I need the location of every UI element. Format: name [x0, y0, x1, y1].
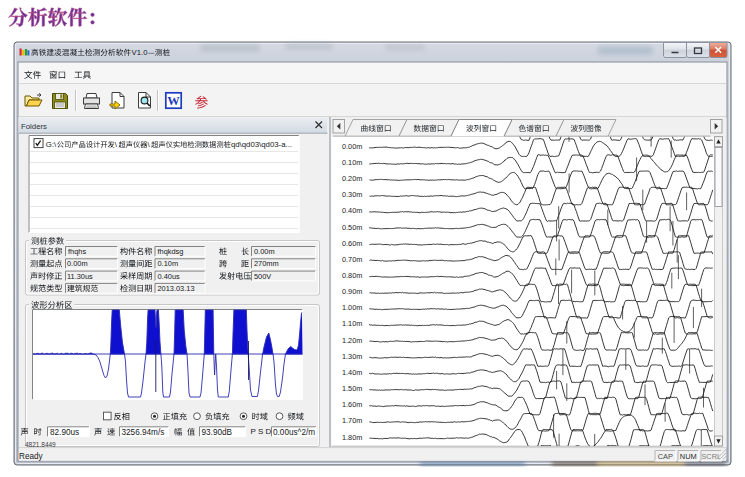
- svg-text:V1.0: V1.0: [132, 48, 148, 57]
- svg-text:0.00m: 0.00m: [342, 142, 362, 151]
- svg-text:0.60m: 0.60m: [342, 239, 362, 248]
- svg-text:fhqkdsg: fhqkdsg: [158, 247, 184, 256]
- svg-text:0.80m: 0.80m: [342, 271, 362, 280]
- svg-text:P S D: P S D: [251, 427, 272, 436]
- svg-text:500V: 500V: [254, 272, 271, 281]
- svg-text:1.50m: 1.50m: [342, 384, 362, 393]
- svg-text:NUM: NUM: [680, 452, 697, 461]
- svg-text:0.50m: 0.50m: [342, 223, 362, 232]
- svg-text:0.00m: 0.00m: [254, 247, 275, 256]
- svg-text:82.90us: 82.90us: [50, 428, 79, 437]
- svg-text:270mm: 270mm: [254, 259, 279, 268]
- svg-text:3256.94m/s: 3256.94m/s: [122, 428, 165, 437]
- svg-text:Folders: Folders: [21, 122, 47, 131]
- svg-text:1.20m: 1.20m: [342, 336, 362, 345]
- svg-text:W: W: [167, 94, 180, 108]
- svg-text:1.10m: 1.10m: [342, 319, 362, 328]
- svg-text:0.10m: 0.10m: [342, 158, 362, 167]
- svg-text:2013.03.13: 2013.03.13: [158, 284, 195, 293]
- svg-text:0.70m: 0.70m: [342, 255, 362, 264]
- svg-text:0.20m: 0.20m: [342, 174, 362, 183]
- svg-text:SCRL: SCRL: [701, 452, 721, 461]
- svg-text:0.10m: 0.10m: [158, 259, 179, 268]
- svg-text:0.30m: 0.30m: [342, 190, 362, 199]
- svg-text:G:\: G:\: [46, 140, 57, 149]
- svg-text:1.40m: 1.40m: [342, 368, 362, 377]
- svg-text:1.00m: 1.00m: [342, 303, 362, 312]
- svg-text:qd\qd03\qd03-a...: qd\qd03\qd03-a...: [231, 140, 292, 149]
- svg-text:1.70m: 1.70m: [342, 416, 362, 425]
- svg-text:0.40m: 0.40m: [342, 206, 362, 215]
- svg-text:93.90dB: 93.90dB: [202, 428, 233, 437]
- svg-text:11.30us: 11.30us: [67, 272, 93, 281]
- svg-text:Ready: Ready: [19, 452, 44, 461]
- svg-text:0.40us: 0.40us: [158, 272, 180, 281]
- svg-text:CAP: CAP: [658, 452, 673, 461]
- svg-text:1.80m: 1.80m: [342, 433, 362, 442]
- svg-text:fhqhs: fhqhs: [68, 247, 86, 256]
- svg-text:0.00m: 0.00m: [67, 259, 88, 268]
- svg-text:1.30m: 1.30m: [342, 352, 362, 361]
- svg-text:1.60m: 1.60m: [342, 400, 362, 409]
- svg-text:0.90m: 0.90m: [342, 287, 362, 296]
- svg-text:4821.8449: 4821.8449: [25, 441, 56, 448]
- svg-text:0.00us^2/m: 0.00us^2/m: [273, 428, 315, 437]
